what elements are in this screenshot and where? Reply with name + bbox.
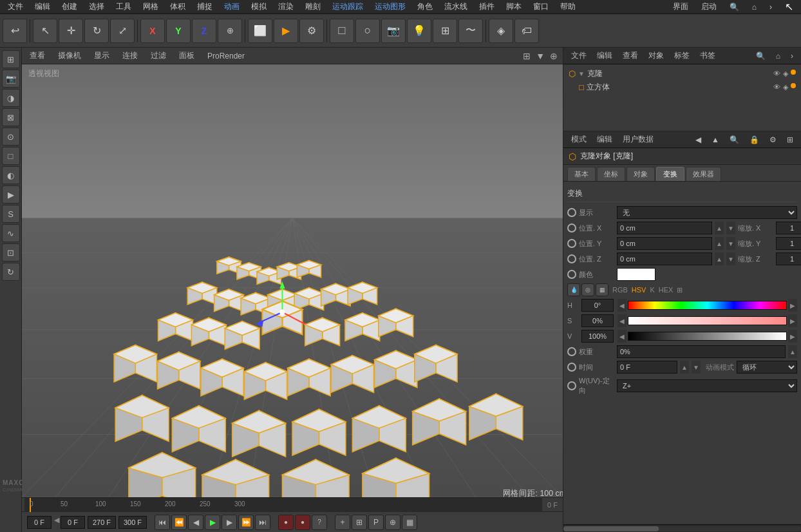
end-frame2-input[interactable] [118,516,147,529]
sidebar-obj-button[interactable]: □ [2,147,20,165]
vp-filter-btn[interactable]: 过滤 [148,49,169,62]
vp-connect-btn[interactable]: 连接 [120,49,140,62]
go-end-button[interactable]: ⏭ [255,515,270,530]
color-wheel-btn[interactable]: ◎ [581,283,594,296]
pos-x-down[interactable]: ▼ [726,222,735,234]
pos-z-down[interactable]: ▼ [726,252,735,265]
display-circle[interactable] [567,208,576,217]
menu-item-mesh[interactable]: 网格 [138,0,164,14]
attr-lock-icon[interactable]: 🔒 [746,134,763,146]
obj-objects-btn[interactable]: 对象 [645,49,668,62]
timeline-ruler[interactable]: 0 50 100 150 200 250 300 [24,498,542,512]
menu-item-help[interactable]: 帮助 [555,0,581,14]
sidebar-obj2-button[interactable]: ◐ [2,166,20,184]
sidebar-render-button[interactable]: ▶ [2,185,20,204]
cube-color-dot[interactable] [791,83,796,88]
v-input[interactable] [581,330,614,343]
pos-z-circle[interactable] [567,254,576,263]
frame-start-input[interactable] [27,516,52,529]
menu-item-motion-tracking[interactable]: 运动跟踪 [327,0,368,14]
vp-camera-btn[interactable]: 摄像机 [55,49,84,62]
vp-ctrl-1[interactable]: ⊞ [523,51,531,61]
menu-item-plugins[interactable]: 插件 [474,0,500,14]
cube-vis-icon[interactable]: 👁 [773,83,780,91]
wuv-select[interactable]: Z+ [617,379,797,392]
menu-item-animation[interactable]: 动画 [219,0,245,14]
sidebar-camera-button[interactable]: 📷 [2,70,20,88]
sidebar-sculpt-button[interactable]: ∿ [2,224,20,242]
prev-frame-button[interactable]: ⏪ [171,515,187,530]
tag-button[interactable]: 🏷 [514,19,539,43]
pos-y-circle[interactable] [567,239,576,248]
time-down[interactable]: ▼ [692,361,701,374]
record-button[interactable]: ● [295,515,310,530]
wuv-circle[interactable] [567,381,576,390]
search-icon[interactable]: 🔍 [724,1,744,13]
cloner-expand-icon[interactable]: ▼ [578,70,585,77]
next-frame-button[interactable]: ⏩ [238,515,254,530]
auto-key-button[interactable]: ? [312,515,327,530]
sidebar-uv-button[interactable]: ↻ [2,263,20,281]
deformer-button[interactable]: 〜 [458,19,483,43]
startup-btn[interactable]: 启动 [696,0,722,14]
pos-x-input[interactable] [617,222,712,234]
menu-item-create[interactable]: 创建 [57,0,82,14]
display-select[interactable]: 无 [617,206,797,219]
menu-item-tools[interactable]: 工具 [111,0,137,14]
menu-item-mograph[interactable]: 运动图形 [370,0,411,14]
cube-render-icon[interactable]: ◈ [783,83,788,91]
record-position-button[interactable]: ● [278,515,294,530]
undo-button[interactable]: ↩ [3,19,27,43]
h-input[interactable] [581,299,614,312]
menu-item-volume[interactable]: 体积 [165,0,191,14]
z-axis-button[interactable]: Z [192,19,216,43]
obj-tags-btn[interactable]: 标签 [670,49,693,62]
menu-item-pipeline[interactable]: 流水线 [439,0,473,14]
x-axis-button[interactable]: X [140,19,165,43]
world-button[interactable]: ⊕ [218,19,242,43]
last-btn[interactable]: ▦ [402,515,417,530]
anim-mode-select[interactable]: 循环 [737,361,797,374]
color-eyedrop-btn[interactable]: 💧 [567,283,580,296]
scroll-thumb[interactable] [563,526,659,531]
pos-y-input[interactable] [617,237,712,250]
cloner-color-dot[interactable] [791,70,796,75]
go-start-button[interactable]: ⏮ [155,515,170,530]
h-down-btn[interactable]: ◀ [617,299,627,312]
move-tool-button[interactable]: ✛ [59,19,83,43]
timeline-button[interactable]: ⊞ [352,515,367,530]
sidebar-display-button[interactable]: ◑ [2,89,20,107]
light-button[interactable]: 💡 [407,19,431,43]
weight-input[interactable] [617,345,786,358]
material-button[interactable]: ◈ [489,19,513,43]
obj-search-icon[interactable]: 🔍 [752,50,769,62]
home-icon[interactable]: ⌂ [747,1,762,13]
weight-up[interactable]: ▲ [788,345,797,358]
scale-x-input[interactable] [776,222,801,234]
obj-home-icon[interactable]: ⌂ [772,50,784,62]
obj-view-btn[interactable]: 查看 [619,49,642,62]
attr-prev-icon[interactable]: ◀ [692,134,705,146]
obj-file-btn[interactable]: 文件 [567,49,590,62]
pos-z-up[interactable]: ▲ [715,252,724,265]
s-down-btn[interactable]: ◀ [617,314,627,327]
tab-coord[interactable]: 坐标 [597,167,625,181]
play-back-button[interactable]: ◀ [188,515,203,530]
h-up-btn[interactable]: ▶ [788,299,797,312]
pos-z-input[interactable] [617,252,712,265]
right-panel-scrollbar[interactable] [563,524,801,532]
sidebar-paint-button[interactable]: S [2,205,20,223]
menu-item-window[interactable]: 窗口 [528,0,554,14]
render-region-button[interactable]: ⬜ [248,19,272,43]
weight-circle[interactable] [567,347,576,356]
menu-item-character[interactable]: 角色 [412,0,438,14]
vp-ctrl-2[interactable]: ▼ [536,51,545,61]
vp-panel-btn[interactable]: 面板 [176,49,197,62]
attr-search-icon[interactable]: 🔍 [726,134,743,146]
sidebar-grid-button[interactable]: ⊠ [2,108,20,126]
cloner-vis-icon[interactable]: 👁 [773,70,780,78]
menu-item-edit[interactable]: 编辑 [30,0,55,14]
tree-row-cube[interactable]: □ 立方体 👁 ◈ [566,81,798,94]
menu-item-sculpt[interactable]: 雕刻 [300,0,326,14]
v-down-btn[interactable]: ◀ [617,330,627,343]
